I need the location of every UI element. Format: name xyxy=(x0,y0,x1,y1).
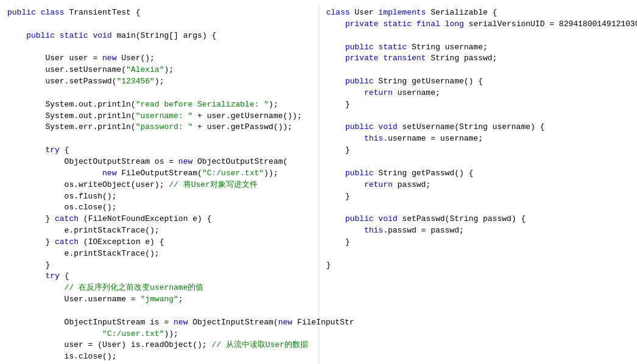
left-code-panel: public class TransientTest { public stat… xyxy=(0,5,319,364)
right-code-panel: class User implements Serializable { pri… xyxy=(319,5,638,364)
code-container: public class TransientTest { public stat… xyxy=(0,0,637,364)
